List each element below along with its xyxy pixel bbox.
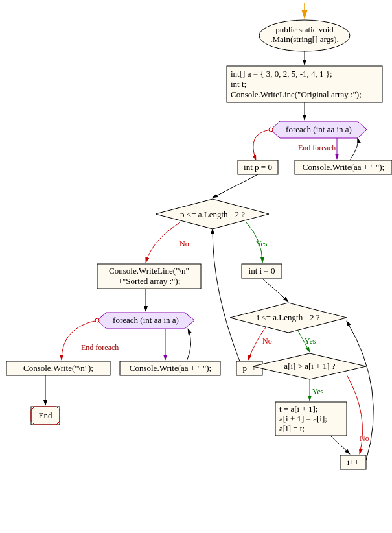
swap-line-2: a[i + 1] = a[i]; <box>279 414 327 423</box>
edge-swap-iinc <box>330 436 350 454</box>
start-label-1: public static void <box>275 25 334 34</box>
cond2-label: i <= a.Length - 2 ? <box>257 313 320 322</box>
edge-iinit-cond2 <box>262 278 288 302</box>
p-init-label: int p = 0 <box>244 162 272 172</box>
edge-pinc-back <box>213 229 240 361</box>
swap-line-1: t = a[i + 1]; <box>279 404 317 414</box>
edge-cond1-no <box>146 222 180 263</box>
edge-write2-back <box>187 329 191 361</box>
init-line-3: Console.WriteLine("Original array :"); <box>231 89 362 99</box>
edge-pinit-cond1 <box>213 174 258 198</box>
cond3-no-label: No <box>360 434 369 443</box>
cond3-label: a[i] > a[i + 1] ? <box>284 361 335 371</box>
cond1-yes-label: Yes <box>256 239 268 248</box>
write1-label: Console.Write(aa + " "); <box>303 162 384 172</box>
sorted-line-2: +"Sorted array :"); <box>118 276 181 286</box>
swap-line-3: a[i] = t; <box>279 423 305 433</box>
end-foreach2-label: End foreach <box>81 343 119 352</box>
end-label: End <box>39 410 52 420</box>
newline-label: Console.Write("\n"); <box>23 363 93 373</box>
sorted-line-1: Console.WriteLine("\n" <box>109 266 189 276</box>
cond1-no-label: No <box>179 239 189 248</box>
init-line-1: int[] a = { 3, 0, 2, 5, -1, 4, 1 }; <box>231 69 332 78</box>
write2-label: Console.Write(aa + " "); <box>130 363 211 373</box>
foreach2-label: foreach (int aa in a) <box>113 315 179 325</box>
cond2-yes-label: Yes <box>305 337 316 346</box>
foreach1-label: foreach (int aa in a) <box>286 124 352 134</box>
cond3-yes-label: Yes <box>312 387 324 396</box>
cond2-no-label: No <box>262 337 272 346</box>
edge-foreach1-exit <box>253 130 271 160</box>
start-label-2: .Main(string[] args). <box>270 34 339 44</box>
i-init-label: int i = 0 <box>249 266 275 276</box>
edge-foreach2-exit <box>62 320 97 360</box>
cond1-label: p <= a.Length - 2 ? <box>180 209 245 219</box>
p-inc-label: p++ <box>242 363 256 373</box>
init-line-2: int t; <box>231 79 246 89</box>
i-inc-label: i++ <box>347 457 359 467</box>
edge-write1-back <box>350 138 358 160</box>
end-foreach1-label: End foreach <box>298 143 336 152</box>
